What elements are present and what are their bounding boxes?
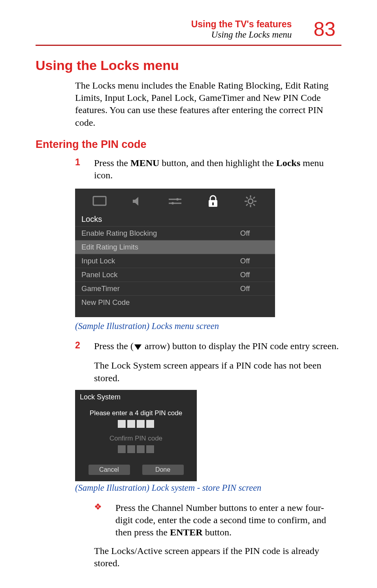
menu-label: Enable Rating Blocking: [81, 229, 221, 238]
menu-label: GameTimer: [81, 284, 221, 293]
lock-system-screenshot: Lock System Please enter a 4 digit PIN c…: [75, 390, 197, 481]
svg-point-7: [248, 199, 253, 204]
text-segment: Press the: [94, 158, 130, 168]
down-arrow-icon: [134, 344, 141, 350]
step-2: 2 Press the ( arrow) button to display t…: [75, 340, 341, 352]
gear-icon: [241, 194, 260, 208]
step-2-continuation: The Lock System screen appears if a PIN …: [94, 359, 341, 384]
menu-label: Edit Rating Limits: [81, 243, 221, 251]
caption-locks-menu: (Sample Illustration) Locks menu screen: [75, 321, 341, 331]
bullet-item: ❖ Press the Channel Number buttons to en…: [94, 502, 341, 539]
step-2-text: Press the ( arrow) button to display the…: [94, 340, 339, 352]
page-header: Using the TV's features Using the Locks …: [0, 0, 377, 45]
menu-row-input-lock: Input Lock Off: [75, 254, 275, 268]
menu-row-gametimer: GameTimer Off: [75, 282, 275, 295]
tab-bar: [75, 189, 275, 213]
final-paragraph: The Locks/Active screen appears if the P…: [94, 545, 341, 569]
done-button: Done: [142, 465, 184, 475]
svg-line-15: [253, 197, 255, 199]
lock-system-title: Lock System: [75, 390, 197, 408]
menu-row-enable-rating: Enable Rating Blocking Off: [75, 226, 275, 240]
speaker-icon: [128, 194, 147, 208]
pin-entry-boxes: [75, 420, 197, 428]
diamond-bullet-icon: ❖: [94, 502, 115, 539]
header-rule: [36, 45, 341, 46]
step-number: 1: [75, 157, 94, 182]
intro-paragraph: The Locks menu includes the Enable Ratin…: [75, 79, 341, 129]
menu-value: [221, 243, 269, 251]
content-area: Using the Locks menu The Locks menu incl…: [0, 58, 377, 570]
menu-row-panel-lock: Panel Lock Off: [75, 268, 275, 282]
menu-keyword: MENU: [130, 158, 159, 168]
header-title: Using the TV's features: [191, 19, 292, 30]
menu-row-new-pin: New PIN Code: [75, 295, 275, 309]
locks-keyword: Locks: [276, 158, 300, 168]
pin-digit-box: [146, 420, 155, 428]
menu-footer-spacer: [75, 309, 275, 317]
tv-icon: [90, 194, 109, 208]
menu-row-edit-rating: Edit Rating Limits: [75, 240, 275, 254]
caption-lock-system: (Sample Illustration) Lock system - stor…: [75, 483, 341, 493]
menu-value: Off: [221, 229, 269, 238]
pin-digit-box: [117, 420, 126, 428]
lock-system-buttons: Cancel Done: [75, 458, 197, 481]
header-text-block: Using the TV's features Using the Locks …: [191, 19, 292, 40]
svg-point-4: [172, 202, 174, 204]
sliders-icon: [166, 194, 185, 208]
pin-confirm-boxes: [75, 445, 197, 454]
menu-label: Input Lock: [81, 257, 221, 265]
enter-pin-label: Please enter a 4 digit PIN code: [75, 408, 197, 420]
text-segment: Press the (: [94, 341, 134, 351]
bullet-text: Press the Channel Number buttons to ente…: [115, 502, 341, 539]
menu-value: Off: [221, 257, 269, 265]
pin-digit-box: [136, 420, 145, 428]
enter-keyword: ENTER: [170, 527, 203, 537]
pin-digit-box: [146, 445, 155, 454]
pin-digit-box: [136, 445, 145, 454]
page-number: 83: [313, 18, 336, 41]
text-segment: button, and then highlight the: [159, 158, 276, 168]
text-segment: arrow) button to display the PIN code en…: [142, 341, 339, 351]
locks-menu-screenshot: Locks Enable Rating Blocking Off Edit Ra…: [75, 189, 275, 317]
confirm-pin-label: Confirm PIN code: [75, 433, 197, 445]
menu-value: [221, 298, 269, 307]
pin-digit-box: [127, 445, 136, 454]
svg-point-2: [176, 198, 179, 200]
step-1-text: Press the MENU button, and then highligh…: [94, 157, 341, 182]
step-number: 2: [75, 340, 94, 352]
section-heading: Using the Locks menu: [36, 58, 341, 73]
pin-digit-box: [117, 445, 126, 454]
subsection-heading: Entering the PIN code: [36, 138, 341, 151]
menu-value: Off: [221, 284, 269, 293]
header-subtitle: Using the Locks menu: [191, 30, 292, 40]
svg-rect-6: [212, 202, 214, 205]
menu-label: New PIN Code: [81, 298, 221, 307]
pin-digit-box: [127, 420, 136, 428]
lock-icon: [204, 194, 222, 208]
cancel-button: Cancel: [89, 465, 130, 475]
svg-line-14: [246, 204, 248, 206]
svg-line-13: [253, 204, 255, 206]
menu-label: Panel Lock: [81, 270, 221, 279]
menu-title: Locks: [75, 213, 275, 226]
svg-line-12: [246, 197, 248, 199]
step-1: 1 Press the MENU button, and then highli…: [75, 157, 341, 182]
svg-rect-0: [93, 197, 106, 205]
text-segment: button.: [203, 527, 232, 537]
menu-value: Off: [221, 270, 269, 279]
